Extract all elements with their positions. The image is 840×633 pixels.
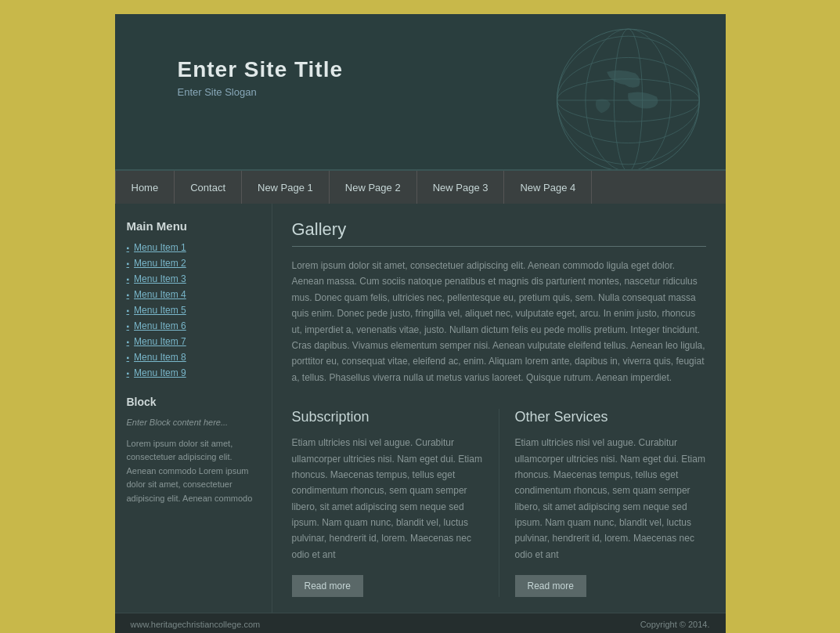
nav-item-contact[interactable]: Contact: [175, 171, 242, 204]
nav-item-home[interactable]: Home: [115, 171, 175, 204]
footer: www.heritagechristiancollege.com Copyrig…: [115, 613, 726, 633]
menu-item-7[interactable]: ▪ Menu Item 7: [127, 336, 260, 347]
menu-item-9[interactable]: ▪ Menu Item 9: [127, 367, 260, 378]
bullet-1: ▪: [127, 244, 130, 252]
menu-item-2[interactable]: ▪ Menu Item 2: [127, 258, 260, 269]
bullet-3: ▪: [127, 275, 130, 284]
bullet-6: ▪: [127, 322, 130, 331]
menu-item-6[interactable]: ▪ Menu Item 6: [127, 320, 260, 331]
block-section: Block Enter Block content here... Lorem …: [127, 396, 260, 505]
other-services-read-more-button[interactable]: Read more: [515, 575, 586, 597]
menu-list: ▪ Menu Item 1 ▪ Menu Item 2 ▪ Menu Item …: [127, 242, 260, 378]
block-title: Block: [127, 396, 260, 408]
bullet-4: ▪: [127, 291, 130, 299]
block-lorem-text: Lorem ipsum dolor sit amet, consectetuer…: [127, 437, 260, 506]
subscription-title: Subscription: [292, 409, 483, 425]
menu-item-4[interactable]: ▪ Menu Item 4: [127, 289, 260, 300]
nav-item-page3[interactable]: New Page 3: [417, 171, 505, 204]
header-text-area: Enter Site Title Enter Site Slogan: [115, 14, 726, 98]
site-title: Enter Site Title: [178, 57, 726, 82]
other-services-text: Etiam ultricies nisi vel augue. Curabitu…: [515, 435, 706, 562]
two-column-section: Subscription Etiam ultricies nisi vel au…: [292, 409, 706, 597]
menu-item-8[interactable]: ▪ Menu Item 8: [127, 352, 260, 363]
bullet-2: ▪: [127, 259, 130, 268]
app-container: Enter Site Title Enter Site Slogan Home …: [115, 14, 726, 633]
menu-item-5[interactable]: ▪ Menu Item 5: [127, 305, 260, 316]
bullet-7: ▪: [127, 338, 130, 346]
bullet-8: ▪: [127, 353, 130, 362]
menu-item-3[interactable]: ▪ Menu Item 3: [127, 273, 260, 284]
main-content: Main Menu ▪ Menu Item 1 ▪ Menu Item 2 ▪ …: [115, 204, 726, 613]
navigation: Home Contact New Page 1 New Page 2 New P…: [115, 171, 726, 204]
header: Enter Site Title Enter Site Slogan: [115, 14, 726, 171]
footer-url: www.heritagechristiancollege.com: [131, 620, 261, 629]
other-services-title: Other Services: [515, 409, 706, 425]
nav-item-page1[interactable]: New Page 1: [242, 171, 330, 204]
sidebar: Main Menu ▪ Menu Item 1 ▪ Menu Item 2 ▪ …: [115, 204, 272, 613]
other-services-section: Other Services Etiam ultricies nisi vel …: [499, 409, 706, 597]
subscription-text: Etiam ultricies nisi vel augue. Curabitu…: [292, 435, 483, 562]
main-content-area: Gallery Lorem ipsum dolor sit amet, cons…: [272, 204, 726, 613]
site-slogan: Enter Site Slogan: [178, 86, 726, 98]
subscription-section: Subscription Etiam ultricies nisi vel au…: [292, 409, 499, 597]
gallery-section: Gallery Lorem ipsum dolor sit amet, cons…: [292, 219, 706, 385]
menu-item-1[interactable]: ▪ Menu Item 1: [127, 242, 260, 253]
nav-item-page2[interactable]: New Page 2: [330, 171, 417, 204]
subscription-read-more-button[interactable]: Read more: [292, 575, 363, 597]
bullet-9: ▪: [127, 369, 130, 378]
bullet-5: ▪: [127, 306, 130, 315]
block-content-text: Enter Block content here...: [127, 416, 260, 429]
gallery-title: Gallery: [292, 219, 706, 240]
footer-copyright: Copyright © 2014.: [640, 620, 710, 629]
main-menu-title: Main Menu: [127, 219, 260, 233]
nav-item-page4[interactable]: New Page 4: [504, 171, 592, 204]
gallery-text: Lorem ipsum dolor sit amet, consectetuer…: [292, 258, 706, 385]
gallery-divider: [292, 246, 706, 247]
